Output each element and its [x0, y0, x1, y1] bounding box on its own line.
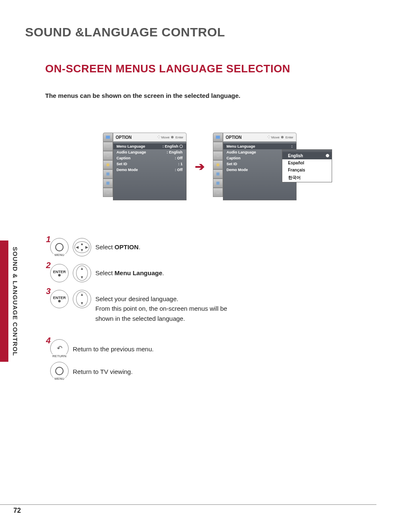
language-option[interactable]: Español [282, 159, 332, 166]
chevron-up-icon: ▲ [80, 267, 84, 271]
step-number: 3 [46, 286, 51, 296]
osd-header: OPTION Move Enter [113, 133, 187, 142]
step-4: 4 ↶ RETURN Return to the previous menu. [50, 339, 374, 358]
language-option[interactable]: Français [282, 166, 332, 174]
osd-enter-label: Enter [175, 136, 183, 139]
osd-tab-icon [213, 169, 223, 179]
osd-tab-icon [213, 142, 223, 151]
step-5: MENU Return to TV viewing. [50, 362, 374, 380]
svg-rect-1 [106, 146, 110, 148]
osd-tab-icon [213, 188, 223, 197]
osd-item-value: : English [167, 150, 183, 154]
osd-item[interactable]: Set ID : 1 [113, 161, 186, 167]
osd-enter-label: Enter [285, 136, 293, 139]
svg-rect-5 [106, 182, 109, 184]
osd-tab-icon [103, 133, 113, 142]
svg-marker-8 [159, 138, 159, 138]
step-text: Select your desired language. From this … [95, 290, 238, 323]
step-3: 3 ENTER ▲ ▼ Select your desired language… [50, 290, 374, 323]
remote-nav-updown: ▲ ▼ [73, 264, 91, 282]
language-option[interactable]: 한국어 [282, 174, 332, 182]
button-label: MENU [54, 253, 65, 257]
steps-list: 1 MENU ◀ ▲ ▼ ▶ Select OPTION. [50, 238, 374, 380]
osd-item-label: Caption [117, 156, 131, 160]
step-text: Select Menu Language. [95, 264, 164, 278]
osd-item-label: Audio Language [227, 150, 256, 154]
osd-item[interactable]: Menu Language : English [113, 143, 186, 149]
language-popup: English Español Français 한국어 [282, 149, 332, 182]
remote-menu-button: MENU [50, 362, 69, 380]
svg-marker-18 [269, 135, 269, 136]
svg-rect-0 [106, 136, 110, 138]
osd-menu-after: OPTION Move Enter Menu Language : [213, 133, 297, 200]
return-icon: ↶ [57, 344, 62, 352]
button-label: ENTER [53, 296, 66, 300]
remote-enter-button: ENTER [50, 264, 69, 282]
button-label: ENTER [53, 270, 66, 274]
osd-tab-icon [103, 169, 113, 179]
osd-item-label: Demo Mode [227, 168, 248, 172]
osd-tab-icon [213, 179, 223, 188]
intro-text: The menus can be shown on the screen in … [45, 92, 374, 99]
spine-color-tab [0, 240, 8, 362]
enter-dot-icon [58, 300, 61, 302]
step-number: 2 [46, 261, 51, 270]
svg-rect-4 [106, 172, 109, 175]
osd-category-tabs [213, 133, 223, 200]
svg-rect-12 [216, 146, 220, 148]
osd-item-label: Set ID [227, 162, 238, 166]
chevron-up-icon: ▲ [80, 242, 84, 246]
osd-tab-icon [103, 188, 113, 197]
svg-point-2 [106, 154, 109, 157]
osd-item[interactable]: Demo Mode : Off [113, 167, 186, 173]
osd-tab-icon [103, 142, 113, 151]
step-text: Select OPTION. [95, 238, 141, 252]
step-2: 2 ENTER ▲ ▼ Select Menu Language. [50, 264, 374, 282]
svg-marker-20 [267, 136, 268, 137]
osd-item-label: Set ID [117, 162, 128, 166]
enter-dot-icon [281, 136, 284, 138]
osd-item-value: : Off [175, 168, 183, 172]
osd-item-label: Audio Language [117, 150, 146, 154]
svg-marker-19 [269, 138, 269, 138]
chevron-down-icon: ▼ [80, 248, 84, 252]
chevron-down-icon: ▼ [80, 302, 84, 305]
osd-item-label: Demo Mode [117, 168, 138, 172]
step-text: Return to the previous menu. [73, 339, 153, 354]
osd-tab-icon [103, 179, 113, 188]
language-option-label: English [288, 153, 303, 158]
osd-item-label: Caption [227, 156, 241, 160]
remote-return-button: ↶ RETURN [50, 339, 69, 358]
osd-header-title: OPTION [116, 135, 132, 140]
osd-tab-icon [213, 160, 223, 169]
button-label: MENU [54, 377, 65, 381]
remote-nav-updown: ▲ ▼ [73, 290, 91, 308]
subsection-title: ON-SCREEN MENUS LANGUAGE SELECTION [45, 62, 374, 75]
svg-rect-16 [216, 182, 219, 184]
svg-point-3 [106, 163, 109, 166]
svg-marker-9 [157, 136, 158, 137]
osd-item[interactable]: Menu Language : [223, 143, 296, 149]
step-1: 1 MENU ◀ ▲ ▼ ▶ Select OPTION. [50, 238, 374, 256]
osd-move-label: Move [161, 136, 170, 139]
enter-dot-icon [171, 136, 174, 138]
svg-rect-6 [106, 191, 109, 194]
enter-dot-icon [58, 274, 61, 276]
osd-item[interactable]: Audio Language : English [113, 149, 186, 155]
osd-tab-icon [103, 160, 113, 169]
page-number: 72 [13, 507, 21, 514]
chevron-up-icon: ▲ [80, 293, 84, 297]
svg-marker-7 [159, 135, 159, 136]
svg-point-14 [216, 163, 219, 166]
osd-tab-icon [213, 133, 223, 142]
remote-enter-button: ENTER [50, 290, 69, 308]
osd-item[interactable]: Caption : Off [113, 155, 186, 161]
radio-icon [326, 154, 329, 157]
language-option[interactable]: English [282, 152, 332, 159]
osd-body: Menu Language : English Audio Language :… [113, 142, 187, 200]
step-number: 1 [46, 235, 51, 244]
move-icon [267, 135, 271, 139]
arrow-right-icon: ➔ [195, 160, 205, 174]
language-option-label: Français [288, 168, 305, 172]
language-option-label: 한국어 [288, 175, 301, 180]
